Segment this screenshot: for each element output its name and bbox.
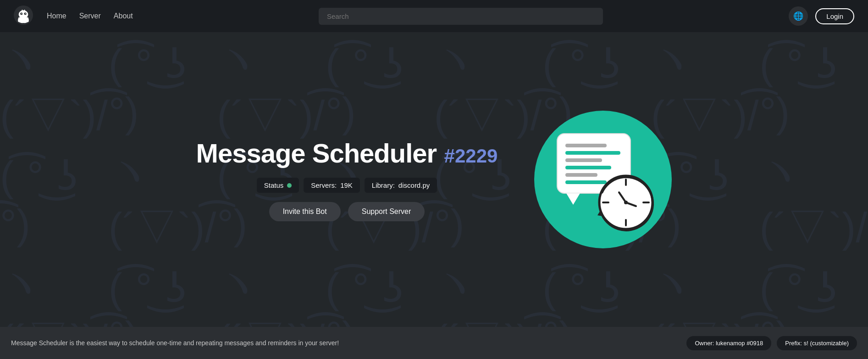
bot-icon-wrapper <box>534 111 672 248</box>
owner-badge: Owner: lukenamop #0918 <box>686 336 771 350</box>
status-dot-online <box>287 183 292 188</box>
status-label: Status <box>264 181 284 189</box>
svg-rect-11 <box>565 151 620 155</box>
nav-home[interactable]: Home <box>47 12 66 20</box>
servers-label: Servers: <box>311 181 337 189</box>
servers-badge: Servers: 19K <box>304 178 360 193</box>
logo <box>14 6 33 27</box>
svg-rect-13 <box>565 166 611 169</box>
bot-title-row: Message Scheduler #2229 <box>196 138 498 168</box>
invite-bot-button[interactable]: Invite this Bot <box>269 202 341 221</box>
navbar: Home Server About 🌐 Login <box>0 0 868 32</box>
svg-point-4 <box>21 13 22 14</box>
library-value: discord.py <box>398 181 430 189</box>
support-server-button[interactable]: Support Server <box>348 202 425 221</box>
search-input[interactable] <box>319 8 603 25</box>
servers-value: 19K <box>340 181 353 189</box>
library-label: Library: <box>372 181 395 189</box>
svg-rect-10 <box>565 144 607 147</box>
svg-marker-9 <box>566 193 580 205</box>
bot-info: Message Scheduler #2229 Status Servers: … <box>196 111 672 248</box>
main-content: Message Scheduler #2229 Status Servers: … <box>0 32 868 327</box>
nav-links: Home Server About <box>47 12 133 20</box>
translate-icon: 🌐 <box>793 11 803 21</box>
svg-rect-12 <box>565 158 602 162</box>
bot-number: #2229 <box>444 145 498 167</box>
scheduler-icon <box>548 124 658 235</box>
footer-description: Message Scheduler is the easiest way to … <box>11 339 679 347</box>
bot-name: Message Scheduler <box>196 138 437 168</box>
bot-actions: Invite this Bot Support Server <box>269 202 425 221</box>
svg-point-5 <box>25 13 26 14</box>
search-container <box>147 8 775 25</box>
login-button[interactable]: Login <box>815 8 854 24</box>
library-badge: Library: discord.py <box>365 178 437 193</box>
bot-text: Message Scheduler #2229 Status Servers: … <box>196 138 498 221</box>
svg-rect-14 <box>565 173 597 177</box>
nav-right: 🌐 Login <box>789 6 854 26</box>
translate-button[interactable]: 🌐 <box>789 6 808 26</box>
bot-badges: Status Servers: 19K Library: discord.py <box>257 178 437 193</box>
svg-rect-15 <box>565 180 607 184</box>
footer-badges: Owner: lukenamop #0918 Prefix: s! (custo… <box>686 336 857 350</box>
status-badge: Status <box>257 178 299 193</box>
nav-server[interactable]: Server <box>79 12 101 20</box>
svg-point-1 <box>19 10 28 18</box>
nav-about[interactable]: About <box>114 12 133 20</box>
footer-bar: Message Scheduler is the easiest way to … <box>0 327 868 359</box>
prefix-badge: Prefix: s! (customizable) <box>777 336 857 350</box>
